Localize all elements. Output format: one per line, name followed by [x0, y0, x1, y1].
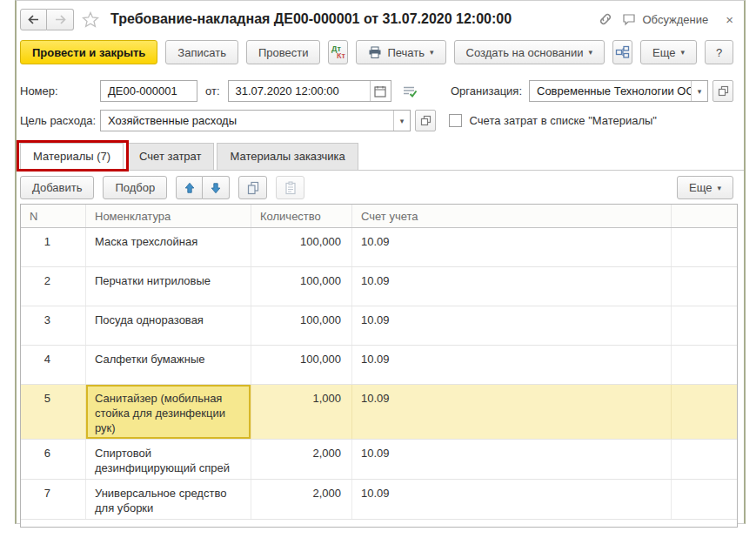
cell-extra[interactable]	[672, 306, 737, 345]
cell-extra[interactable]	[672, 267, 737, 306]
column-header[interactable]: Счет учета	[352, 205, 672, 227]
cell-account[interactable]: 10.09	[352, 306, 672, 345]
cell-extra[interactable]	[672, 385, 737, 439]
cell-n[interactable]: 3	[21, 306, 86, 345]
date-label: от:	[205, 84, 220, 98]
copy-icon	[246, 181, 260, 195]
cell-account[interactable]: 10.09	[352, 480, 672, 519]
cell-extra[interactable]	[672, 480, 737, 519]
items-table-body: 1Маска трехслойная100,00010.092Перчатки …	[21, 228, 737, 520]
command-bar-right: Еще ▾ ?	[640, 40, 733, 64]
purpose-open-button[interactable]	[415, 110, 436, 131]
items-table: NНоменклатураКоличествоСчет учета 1Маска…	[20, 204, 738, 528]
cell-qty[interactable]: 1,000	[251, 385, 352, 439]
save-button[interactable]: Записать	[165, 40, 238, 64]
paste-row-button[interactable]	[276, 176, 304, 199]
cell-extra[interactable]	[672, 228, 737, 266]
close-icon[interactable]: ×	[726, 12, 733, 27]
set-current-date-button[interactable]	[398, 80, 421, 102]
cell-name[interactable]: Посуда одноразовая	[86, 306, 251, 345]
column-header[interactable]: N	[21, 205, 86, 227]
dt-kt-button[interactable]: ДтКт	[328, 40, 348, 64]
cell-account[interactable]: 10.09	[352, 267, 672, 306]
table-more-button[interactable]: Еще ▾	[677, 176, 733, 199]
structure-icon	[615, 45, 630, 59]
print-button[interactable]: Печать ▾	[356, 40, 445, 64]
discussion-bubble-icon	[622, 13, 637, 26]
cell-n[interactable]: 7	[21, 480, 86, 519]
cost-accounts-checkbox[interactable]	[449, 114, 462, 127]
column-header[interactable]	[672, 205, 737, 227]
cell-account[interactable]: 10.09	[352, 385, 672, 439]
date-input[interactable]: 31.07.2020 12:00:00	[228, 80, 391, 102]
open-in-form-icon	[718, 85, 729, 97]
cell-name[interactable]: Салфетки бумажные	[86, 346, 251, 384]
number-label: Номер:	[20, 84, 100, 98]
table-row[interactable]: 3Посуда одноразовая100,00010.09	[21, 306, 737, 346]
organization-open-button[interactable]	[713, 80, 733, 102]
cell-name[interactable]: Санитайзер (мобильная стойка для дезинфе…	[86, 385, 251, 439]
cell-extra[interactable]	[672, 440, 737, 479]
post-and-close-button[interactable]: Провести и закрыть	[20, 40, 157, 64]
table-more-label: Еще	[689, 181, 712, 194]
cell-name[interactable]: Спиртовой дезинфицирующий спрей	[86, 440, 251, 479]
organization-dropdown-button[interactable]: ▾	[691, 81, 707, 101]
table-row[interactable]: 7Универсальное средство для уборки2,0001…	[21, 480, 737, 520]
cell-n[interactable]: 1	[21, 228, 86, 266]
table-row[interactable]: 4Салфетки бумажные100,00010.09	[21, 346, 737, 385]
pick-button[interactable]: Подбор	[103, 176, 167, 199]
table-row[interactable]: 1Маска трехслойная100,00010.09	[21, 228, 737, 267]
chevron-down-icon: ▾	[698, 87, 702, 96]
cell-account[interactable]: 10.09	[352, 346, 672, 384]
purpose-dropdown-button[interactable]: ▾	[393, 111, 410, 131]
document-window: Требование-накладная ДЕ00-000001 от 31.0…	[15, 0, 746, 524]
cell-qty[interactable]: 100,000	[251, 228, 352, 266]
chevron-down-icon: ▾	[400, 117, 405, 125]
tab-customer-materials[interactable]: Материалы заказчика	[217, 143, 358, 171]
document-structure-button[interactable]	[612, 40, 632, 64]
forward-button[interactable]	[47, 9, 74, 30]
cell-account[interactable]: 10.09	[352, 228, 672, 266]
table-row[interactable]: 5Санитайзер (мобильная стойка для дезинф…	[21, 385, 737, 440]
print-label: Печать	[387, 46, 425, 59]
table-row[interactable]: 2Перчатки нитриловые100,00010.09	[21, 267, 737, 306]
move-up-button[interactable]	[176, 176, 203, 199]
cell-qty[interactable]: 100,000	[251, 306, 352, 345]
move-down-button[interactable]	[203, 176, 230, 199]
cell-qty[interactable]: 2,000	[251, 440, 352, 479]
cell-n[interactable]: 5	[21, 385, 86, 439]
cell-name[interactable]: Универсальное средство для уборки	[86, 480, 251, 519]
add-row-button[interactable]: Добавить	[20, 176, 94, 199]
cell-extra[interactable]	[672, 346, 737, 384]
cell-n[interactable]: 2	[21, 267, 86, 306]
cell-account[interactable]: 10.09	[352, 440, 672, 479]
more-label: Еще	[652, 46, 675, 59]
favorite-star-icon[interactable]	[82, 11, 99, 28]
cell-n[interactable]: 6	[21, 440, 86, 479]
discussion-control[interactable]: Обсуждение	[622, 13, 708, 26]
column-header[interactable]: Номенклатура	[86, 205, 251, 227]
number-input[interactable]: ДЕ00-000001	[100, 80, 197, 102]
cell-qty[interactable]: 2,000	[251, 480, 352, 519]
tab-cost-account[interactable]: Счет затрат	[126, 143, 214, 171]
arrow-down-icon	[210, 182, 222, 194]
calendar-button[interactable]	[370, 81, 391, 101]
post-button[interactable]: Провести	[246, 40, 321, 64]
cell-name[interactable]: Перчатки нитриловые	[86, 267, 251, 306]
cost-accounts-group: Счета затрат в списке "Материалы"	[449, 114, 657, 127]
cell-qty[interactable]: 100,000	[251, 346, 352, 384]
purpose-input[interactable]: Хозяйственные расходы ▾	[100, 110, 411, 131]
organization-input[interactable]: Современные Технологии ООО ▾	[529, 80, 708, 102]
column-header[interactable]: Количество	[251, 205, 352, 227]
cell-qty[interactable]: 100,000	[251, 267, 352, 306]
tab-materials[interactable]: Материалы (7)	[20, 143, 124, 171]
create-based-on-button[interactable]: Создать на основании ▾	[454, 40, 605, 64]
more-button[interactable]: Еще ▾	[640, 40, 697, 64]
cell-n[interactable]: 4	[21, 346, 86, 384]
copy-row-button[interactable]	[238, 176, 267, 199]
cell-name[interactable]: Маска трехслойная	[86, 228, 251, 266]
back-button[interactable]	[20, 9, 47, 30]
help-button[interactable]: ?	[705, 40, 733, 64]
link-icon[interactable]	[598, 11, 613, 27]
table-row[interactable]: 6Спиртовой дезинфицирующий спрей2,00010.…	[21, 440, 737, 480]
